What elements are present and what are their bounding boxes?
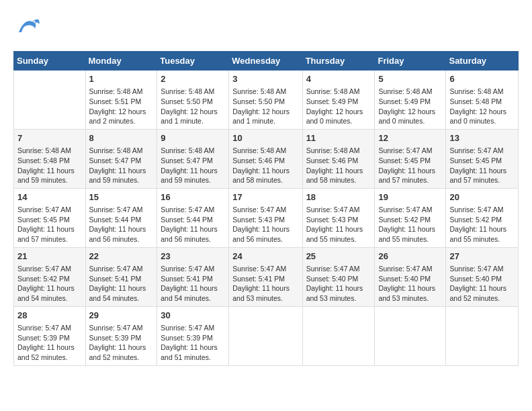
day-info-line: Sunset: 5:41 PM bbox=[89, 274, 154, 284]
day-info-line: Sunset: 5:40 PM bbox=[449, 274, 515, 284]
day-info-line: Daylight: 11 hours bbox=[89, 283, 154, 293]
day-info-line: Sunset: 5:41 PM bbox=[161, 274, 225, 284]
day-number: 29 bbox=[89, 310, 154, 322]
day-info-line: Sunrise: 5:47 AM bbox=[161, 205, 225, 215]
day-number: 28 bbox=[17, 310, 82, 322]
day-info-line: Daylight: 11 hours bbox=[378, 224, 442, 234]
day-info-line: Daylight: 11 hours bbox=[161, 283, 225, 293]
day-info-line: and 0 minutes. bbox=[378, 116, 442, 126]
day-info-line: and 54 minutes. bbox=[17, 293, 82, 304]
day-info-line: Sunrise: 5:47 AM bbox=[449, 146, 515, 156]
day-info-line: and 0 minutes. bbox=[449, 116, 515, 126]
day-info-line: Daylight: 11 hours bbox=[89, 224, 154, 234]
day-info-line: and 52 minutes. bbox=[449, 293, 515, 304]
calendar-cell bbox=[229, 306, 302, 365]
day-number: 24 bbox=[232, 250, 298, 263]
calendar-cell: 2Sunrise: 5:48 AMSunset: 5:50 PMDaylight… bbox=[157, 71, 229, 130]
day-info-line: and 1 minute. bbox=[232, 116, 298, 126]
day-info-line: Sunset: 5:45 PM bbox=[378, 156, 442, 166]
calendar-cell: 15Sunrise: 5:47 AMSunset: 5:44 PMDayligh… bbox=[85, 188, 157, 247]
header-wednesday: Wednesday bbox=[229, 52, 302, 71]
day-info-line: Sunrise: 5:47 AM bbox=[449, 264, 515, 274]
day-info-line: Sunset: 5:46 PM bbox=[306, 156, 371, 166]
day-number: 21 bbox=[17, 250, 82, 263]
day-info-line: Sunset: 5:49 PM bbox=[378, 97, 442, 107]
day-info-line: Daylight: 11 hours bbox=[161, 224, 225, 234]
day-info-line: Daylight: 11 hours bbox=[306, 224, 371, 234]
day-info-line: and 54 minutes. bbox=[161, 293, 225, 304]
day-info-line: Sunrise: 5:47 AM bbox=[232, 205, 298, 215]
day-info-line: Daylight: 11 hours bbox=[232, 166, 298, 176]
calendar-cell: 17Sunrise: 5:47 AMSunset: 5:43 PMDayligh… bbox=[229, 188, 302, 247]
day-info-line: Sunrise: 5:47 AM bbox=[306, 205, 371, 215]
day-info-line: Daylight: 11 hours bbox=[232, 224, 298, 234]
day-number: 20 bbox=[449, 191, 515, 203]
day-info-line: Sunrise: 5:47 AM bbox=[89, 205, 154, 215]
day-info-line: Sunset: 5:42 PM bbox=[378, 215, 442, 225]
day-info-line: Daylight: 11 hours bbox=[17, 224, 82, 234]
day-info-line: and 56 minutes. bbox=[232, 234, 298, 244]
day-info-line: Sunset: 5:41 PM bbox=[232, 274, 298, 284]
calendar-cell: 22Sunrise: 5:47 AMSunset: 5:41 PMDayligh… bbox=[85, 247, 157, 306]
calendar-cell: 13Sunrise: 5:47 AMSunset: 5:45 PMDayligh… bbox=[446, 129, 519, 188]
day-number: 4 bbox=[306, 73, 371, 85]
calendar-cell: 8Sunrise: 5:48 AMSunset: 5:47 PMDaylight… bbox=[85, 129, 157, 188]
day-info-line: Sunrise: 5:48 AM bbox=[378, 87, 442, 97]
day-info-line: Daylight: 11 hours bbox=[306, 166, 371, 176]
page-header bbox=[13, 13, 519, 40]
day-info-line: Sunset: 5:43 PM bbox=[232, 215, 298, 225]
day-number: 30 bbox=[161, 310, 225, 322]
week-row-2: 7Sunrise: 5:48 AMSunset: 5:48 PMDaylight… bbox=[14, 129, 519, 188]
day-info-line: and 53 minutes. bbox=[378, 293, 442, 304]
day-info-line: Sunrise: 5:48 AM bbox=[17, 146, 82, 156]
day-info-line: Sunset: 5:44 PM bbox=[89, 215, 154, 225]
day-info-line: Sunset: 5:45 PM bbox=[449, 156, 515, 166]
day-number: 16 bbox=[161, 191, 225, 203]
calendar-cell: 29Sunrise: 5:47 AMSunset: 5:39 PMDayligh… bbox=[85, 306, 157, 365]
day-info-line: Sunrise: 5:47 AM bbox=[17, 264, 82, 274]
day-info-line: Sunrise: 5:48 AM bbox=[161, 87, 225, 97]
day-number: 23 bbox=[161, 250, 225, 263]
day-info-line: Sunset: 5:46 PM bbox=[232, 156, 298, 166]
day-info-line: Daylight: 11 hours bbox=[17, 342, 82, 353]
day-number: 18 bbox=[306, 191, 371, 203]
day-info-line: Sunset: 5:50 PM bbox=[232, 97, 298, 107]
day-info-line: and 55 minutes. bbox=[378, 234, 442, 244]
day-info-line: and 0 minutes. bbox=[306, 116, 371, 126]
day-info-line: Sunrise: 5:48 AM bbox=[306, 146, 371, 156]
calendar-cell: 16Sunrise: 5:47 AMSunset: 5:44 PMDayligh… bbox=[157, 188, 229, 247]
day-info-line: Sunset: 5:48 PM bbox=[449, 97, 515, 107]
header-thursday: Thursday bbox=[302, 52, 375, 71]
day-number: 3 bbox=[232, 73, 298, 85]
day-number: 1 bbox=[89, 73, 154, 85]
day-number: 2 bbox=[161, 73, 225, 85]
header-friday: Friday bbox=[375, 52, 446, 71]
calendar-cell: 3Sunrise: 5:48 AMSunset: 5:50 PMDaylight… bbox=[229, 71, 302, 130]
day-info-line: and 54 minutes. bbox=[89, 293, 154, 304]
day-info-line: Daylight: 12 hours bbox=[306, 107, 371, 117]
calendar-cell: 25Sunrise: 5:47 AMSunset: 5:40 PMDayligh… bbox=[302, 247, 375, 306]
day-number: 26 bbox=[378, 250, 442, 263]
day-number: 12 bbox=[378, 132, 442, 144]
day-info-line: Sunset: 5:51 PM bbox=[89, 97, 154, 107]
day-info-line: and 59 minutes. bbox=[89, 175, 154, 185]
day-info-line: Daylight: 12 hours bbox=[378, 107, 442, 117]
header-sunday: Sunday bbox=[14, 52, 86, 71]
calendar-cell: 23Sunrise: 5:47 AMSunset: 5:41 PMDayligh… bbox=[157, 247, 229, 306]
calendar-cell: 11Sunrise: 5:48 AMSunset: 5:46 PMDayligh… bbox=[302, 129, 375, 188]
logo-icon bbox=[13, 13, 40, 40]
calendar-cell: 4Sunrise: 5:48 AMSunset: 5:49 PMDaylight… bbox=[302, 71, 375, 130]
calendar-table: SundayMondayTuesdayWednesdayThursdayFrid… bbox=[13, 51, 519, 366]
day-info-line: Sunset: 5:42 PM bbox=[17, 274, 82, 284]
week-row-3: 14Sunrise: 5:47 AMSunset: 5:45 PMDayligh… bbox=[14, 188, 519, 247]
day-number: 15 bbox=[89, 191, 154, 203]
day-info-line: Sunrise: 5:47 AM bbox=[17, 323, 82, 333]
calendar-cell: 28Sunrise: 5:47 AMSunset: 5:39 PMDayligh… bbox=[14, 306, 86, 365]
day-info-line: Sunset: 5:44 PM bbox=[161, 215, 225, 225]
day-info-line: Sunrise: 5:47 AM bbox=[378, 146, 442, 156]
day-info-line: Daylight: 12 hours bbox=[89, 107, 154, 117]
day-info-line: Sunset: 5:47 PM bbox=[89, 156, 154, 166]
day-info-line: and 55 minutes. bbox=[449, 234, 515, 244]
day-info-line: Sunrise: 5:48 AM bbox=[89, 146, 154, 156]
day-info-line: Sunrise: 5:48 AM bbox=[449, 87, 515, 97]
